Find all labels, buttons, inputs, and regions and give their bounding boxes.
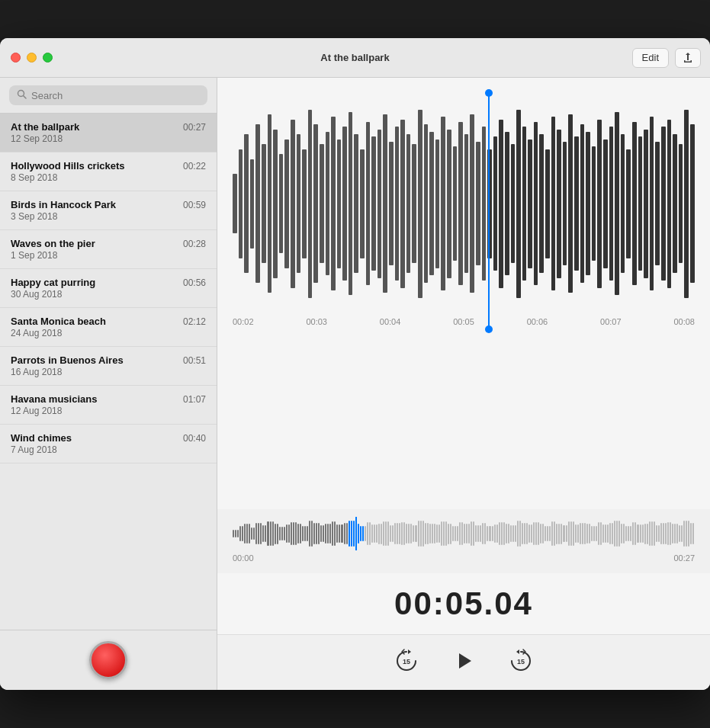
mini-waveform-bar bbox=[538, 522, 539, 545]
mini-waveform-bar bbox=[515, 525, 516, 542]
recording-date: 12 Aug 2018 bbox=[11, 406, 206, 416]
recording-item[interactable]: Santa Monica beach 02:12 24 Aug 2018 bbox=[0, 308, 217, 347]
waveform-bar bbox=[320, 144, 324, 263]
waveform-bar bbox=[690, 124, 695, 283]
mini-waveform-bar bbox=[665, 523, 667, 544]
edit-button[interactable]: Edit bbox=[632, 48, 669, 68]
timeline-label: 00:03 bbox=[306, 317, 327, 326]
mini-waveform-bar bbox=[427, 523, 429, 545]
mini-waveform-bar bbox=[489, 526, 490, 541]
waveform-bar bbox=[308, 110, 313, 298]
waveform-bar bbox=[684, 110, 689, 298]
mini-waveform-bar bbox=[686, 521, 687, 547]
waveform-bar bbox=[655, 142, 660, 265]
waveform-bar bbox=[476, 142, 480, 265]
waveform-bar bbox=[262, 144, 266, 263]
mini-waveform-bar bbox=[450, 524, 451, 544]
mini-waveform-bar bbox=[492, 526, 493, 541]
timeline-label: 00:05 bbox=[453, 317, 474, 326]
play-button[interactable] bbox=[450, 647, 477, 675]
mini-waveform-bar bbox=[329, 524, 331, 544]
mini-waveform-bar bbox=[584, 523, 586, 545]
waveform-bar bbox=[511, 144, 516, 263]
mini-waveform-bar bbox=[528, 524, 530, 542]
mini-waveform-bar bbox=[494, 524, 496, 543]
forward-button[interactable]: 15 bbox=[508, 648, 534, 674]
mini-waveform-bar bbox=[403, 522, 405, 546]
rewind-button[interactable]: 15 bbox=[394, 648, 419, 674]
recording-item[interactable]: Birds in Hancock Park 00:59 3 Sep 2018 bbox=[0, 191, 217, 230]
mini-waveform-bar bbox=[262, 525, 264, 542]
mini-waveform-bar bbox=[279, 527, 281, 540]
fullscreen-button[interactable] bbox=[43, 53, 53, 63]
play-icon bbox=[450, 647, 477, 675]
mini-waveform-bar bbox=[614, 521, 615, 546]
waveform-bar bbox=[632, 122, 637, 284]
waveform-bar bbox=[435, 140, 440, 268]
mini-waveform-bar bbox=[637, 524, 638, 543]
minimize-button[interactable] bbox=[27, 53, 37, 63]
mini-waveform-bar bbox=[658, 525, 660, 542]
waveform-bar bbox=[424, 124, 429, 283]
svg-line-1 bbox=[24, 96, 27, 99]
mini-waveform-bar bbox=[397, 523, 398, 544]
mini-waveform-bar bbox=[378, 524, 380, 544]
waveform-bar bbox=[563, 142, 567, 265]
recording-duration: 00:27 bbox=[183, 122, 206, 133]
mini-waveform-bar bbox=[496, 524, 498, 543]
recording-item[interactable]: At the ballpark 00:27 12 Sep 2018 bbox=[0, 114, 217, 152]
mini-waveform-bar bbox=[399, 523, 400, 544]
mini-waveform-bar bbox=[459, 522, 461, 545]
recording-name: Birds in Hancock Park bbox=[11, 199, 116, 210]
waveform-bar bbox=[233, 174, 237, 233]
mini-waveform-bar bbox=[420, 521, 422, 547]
mini-waveform-bar bbox=[334, 521, 336, 546]
waveform-bar bbox=[406, 134, 411, 273]
recording-item[interactable]: Wind chimes 00:40 7 Aug 2018 bbox=[0, 425, 217, 463]
main-waveform[interactable]: 00:0200:0300:0400:0500:0600:0700:08 bbox=[217, 78, 710, 509]
mini-waveform-bar bbox=[632, 522, 634, 545]
close-button[interactable] bbox=[11, 53, 21, 63]
waveform-bar bbox=[621, 134, 625, 273]
mini-waveform-bar bbox=[381, 524, 382, 544]
share-icon bbox=[682, 52, 694, 64]
search-input[interactable] bbox=[31, 90, 200, 101]
mini-waveform-bar bbox=[249, 524, 250, 543]
mini-waveform-bar bbox=[618, 521, 620, 546]
mini-waveform-bar bbox=[443, 521, 445, 546]
waveform-bar bbox=[528, 140, 532, 268]
waveform-bar bbox=[586, 132, 590, 274]
mini-waveform-bar bbox=[295, 522, 297, 546]
waveform-bar bbox=[644, 130, 648, 278]
share-button[interactable] bbox=[675, 48, 701, 68]
recording-item[interactable]: Parrots in Buenos Aires 00:51 16 Aug 201… bbox=[0, 347, 217, 386]
mini-waveform-bar bbox=[325, 524, 326, 544]
mini-waveform-bar bbox=[512, 525, 514, 542]
mini-waveform-area[interactable]: 00:0000:27 bbox=[217, 509, 710, 573]
mini-waveform-bar bbox=[471, 521, 472, 546]
mini-waveform-bar bbox=[401, 522, 403, 546]
recording-date: 12 Sep 2018 bbox=[11, 133, 206, 144]
mini-waveform-bar bbox=[320, 525, 322, 542]
recording-item[interactable]: Havana musicians 01:07 12 Aug 2018 bbox=[0, 386, 217, 425]
waveform-bar bbox=[383, 114, 387, 293]
recording-item[interactable]: Happy cat purring 00:56 30 Aug 2018 bbox=[0, 269, 217, 308]
recording-item[interactable]: Hollywood Hills crickets 00:22 8 Sep 201… bbox=[0, 152, 217, 191]
recording-item[interactable]: Waves on the pier 00:28 1 Sep 2018 bbox=[0, 230, 217, 269]
svg-text:15: 15 bbox=[517, 658, 525, 665]
mini-waveform-bar bbox=[542, 524, 544, 543]
search-input-wrap[interactable] bbox=[9, 85, 207, 105]
record-button[interactable] bbox=[89, 641, 127, 679]
mini-waveform-bar bbox=[374, 524, 375, 543]
mini-playhead[interactable] bbox=[355, 517, 357, 550]
mini-waveform-bar bbox=[466, 524, 467, 543]
mini-waveform-bar bbox=[455, 526, 456, 542]
mini-waveform-bar bbox=[436, 524, 438, 542]
mini-waveform-bar bbox=[651, 521, 653, 546]
timeline-label: 00:02 bbox=[233, 317, 254, 326]
recording-date: 7 Aug 2018 bbox=[11, 444, 206, 455]
mini-waveform-bar bbox=[293, 522, 294, 546]
waveform-bar bbox=[661, 127, 666, 281]
mini-waveform-bar bbox=[549, 526, 551, 541]
mini-waveform-bar bbox=[383, 521, 384, 546]
